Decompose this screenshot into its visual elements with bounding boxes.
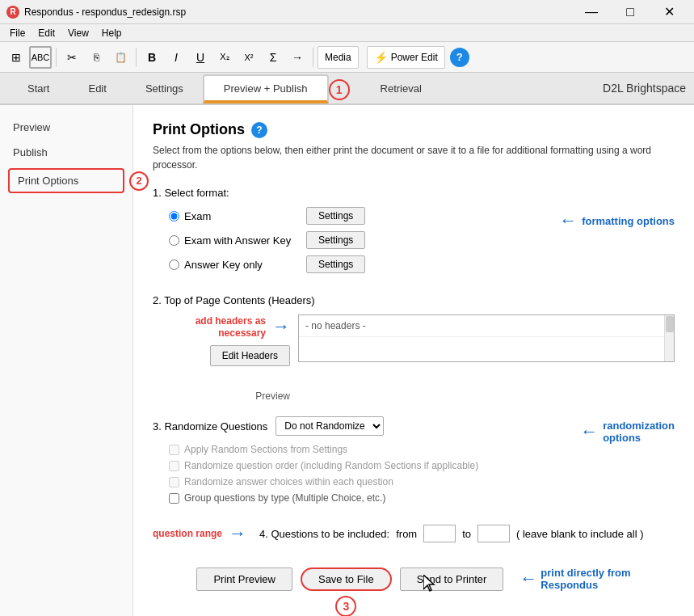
toolbar-sep-2 [136,48,137,67]
maximize-button[interactable]: □ [612,0,649,24]
checkbox-randomize-order-row: Randomize question order (including Rand… [153,460,567,471]
format-exam-answer-radio[interactable] [169,235,179,246]
randomize-row: 3. Randomize Questions Do not Randomize … [153,416,567,436]
headers-row: add headers asnecessary → Edit Headers P… [153,314,675,402]
format-answer-only-radio[interactable] [169,259,179,270]
sidebar-item-preview[interactable]: Preview [0,115,132,140]
d2l-label: D2L Brightspace [603,82,686,95]
headers-left: add headers asnecessary → Edit Headers P… [153,314,290,402]
format-answer-only-label[interactable]: Answer Key only [169,259,298,271]
toolbar-media-btn[interactable]: Media [318,46,359,69]
checkbox-randomize-answers-row: Randomize answer choices within each que… [153,476,567,487]
toolbar-power-edit-btn[interactable]: ⚡ Power Edit [367,46,445,69]
toolbar-help-btn[interactable]: ? [450,48,469,67]
exam-settings-btn[interactable]: Settings [306,207,365,225]
toolbar-copy-btn[interactable]: ⎘ [85,46,107,69]
app-icon: R [6,6,19,19]
tab-settings[interactable]: Settings [126,76,203,101]
headers-scrollbar[interactable] [664,315,674,361]
content-description: Select from the options below, then eith… [153,143,675,172]
toolbar-arrow-btn[interactable]: → [286,46,309,69]
sidebar-item-print-options[interactable]: Print Options [8,168,124,193]
sidebar-print-options-wrapper: Print Options 2 [0,168,132,193]
toolbar-cut-btn[interactable]: ✂ [61,46,83,69]
add-headers-annotation: add headers asnecessary → [196,314,290,339]
window-title: Respondus - respondus_redesign.rsp [24,6,573,18]
to-label: to [462,528,471,540]
active-tab-underline [204,100,327,103]
preview-label: Preview [247,390,290,402]
format-exam-answer-label[interactable]: Exam with Answer Key [169,234,298,247]
format-exam-radio[interactable] [169,211,179,222]
close-button[interactable]: ✕ [650,0,688,24]
send-to-printer-btn[interactable]: Send to Printer [400,567,504,591]
section2-label: 2. Top of Page Contents (Headers) [153,294,675,306]
format-exam-answer-text: Exam with Answer Key [184,234,291,247]
checkbox-randomize-order[interactable] [169,461,179,471]
tab-edit[interactable]: Edit [69,76,125,101]
window-controls: — □ ✕ [573,0,688,24]
menu-help[interactable]: Help [95,26,128,40]
print-directly-annotation: ← print directly fromRespondus [519,567,630,591]
tab-retrieval[interactable]: Retrieval [361,76,441,101]
edit-headers-btn[interactable]: Edit Headers [210,345,290,366]
checkbox-group-by-type-row: Group questions by type (Multiple Choice… [153,492,567,504]
toolbar-sep-1 [56,48,57,67]
toolbar-bold-btn[interactable]: B [141,46,163,69]
tab-start[interactable]: Start [8,76,69,101]
app-window: R Respondus - respondus_redesign.rsp — □… [0,0,694,616]
toolbar-sub-btn[interactable]: X₂ [213,46,236,69]
sidebar-item-publish[interactable]: Publish [0,140,132,165]
section-headers: 2. Top of Page Contents (Headers) add he… [153,294,675,402]
print-directly-label: print directly fromRespondus [540,567,630,591]
question-range-annotation: question range → [153,523,246,544]
format-exam-text: Exam [184,210,211,222]
checkbox-randomize-answers[interactable] [169,477,179,487]
format-options-row: Exam Settings Exam with Answer Key [153,207,675,280]
checkbox-randomize-answers-label: Randomize answer choices within each que… [184,476,393,487]
add-headers-text: add headers asnecessary [196,314,266,339]
minimize-button[interactable]: — [573,0,610,24]
from-label: from [396,528,417,540]
scroll-thumb [666,316,674,332]
toolbar-paste-btn[interactable]: 📋 [109,46,132,69]
to-input[interactable] [477,525,510,542]
format-exam-answer-row: Exam with Answer Key Settings [153,231,546,249]
tab-preview-publish[interactable]: Preview + Publish 1 [203,74,329,103]
bottom-bar-wrapper: Print Preview Save to File 3 Send to Pri… [153,559,675,599]
power-icon: ⚡ [374,51,388,64]
section-questions: question range → 4. Questions to be incl… [153,523,675,544]
answer-only-settings-btn[interactable]: Settings [306,255,365,273]
randomize-outer: 3. Randomize Questions Do not Randomize … [153,416,675,508]
format-answer-only-text: Answer Key only [184,259,263,271]
toolbar-underline-btn[interactable]: U [189,46,212,69]
content-help-btn[interactable]: ? [251,122,267,138]
toolbar-grid-btn[interactable]: ⊞ [5,46,27,69]
headers-preview-area: - no headers - [298,314,675,362]
format-options: Exam Settings Exam with Answer Key [153,207,546,280]
titlebar: R Respondus - respondus_redesign.rsp — □… [0,0,694,24]
toolbar-spell-btn[interactable]: ABC [29,46,52,69]
toolbar-sup-btn[interactable]: X² [238,46,260,69]
nav-tabs: Start Edit Settings Preview + Publish 1 … [0,73,694,105]
toolbar-italic-btn[interactable]: I [165,46,187,69]
checkbox-group-by-type[interactable] [169,493,179,504]
menu-view[interactable]: View [61,26,95,40]
sidebar: Preview Publish Print Options 2 [0,105,133,616]
range-note: ( leave blank to include all ) [516,528,644,540]
menu-edit[interactable]: Edit [32,26,61,40]
format-exam-label[interactable]: Exam [169,210,298,222]
menu-file[interactable]: File [3,26,32,40]
save-to-file-btn[interactable]: Save to File [301,567,392,591]
menubar: File Edit View Help [0,24,694,42]
format-exam-row: Exam Settings [153,207,546,225]
checkbox-random-sections[interactable] [169,445,179,455]
from-input[interactable] [423,525,456,542]
print-preview-btn[interactable]: Print Preview [196,567,292,591]
exam-answer-settings-btn[interactable]: Settings [306,231,365,249]
randomize-dropdown[interactable]: Do not Randomize Randomize All Use Secti… [275,416,384,436]
toolbar-sigma-btn[interactable]: Σ [262,46,284,69]
toolbar: ⊞ ABC ✂ ⎘ 📋 B I U X₂ X² Σ → Media ⚡ Powe… [0,42,694,73]
section4-label: 4. Questions to be included: [259,528,389,540]
bottom-bar: Print Preview Save to File 3 Send to Pri… [153,559,675,599]
